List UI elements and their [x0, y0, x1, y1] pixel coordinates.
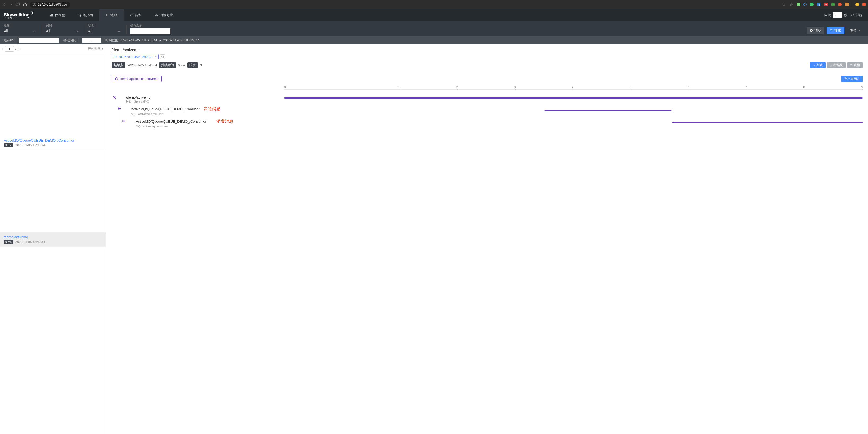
sort-icon — [101, 48, 104, 50]
span-bar-row — [284, 94, 863, 106]
service-badge[interactable]: demo-application-activemq — [112, 76, 162, 82]
trace-item-name: ActiveMQ/Queue/QUEUE_DEMO_/Consumer — [4, 138, 102, 143]
span-name: ActiveMQ/Queue/QUEUE_DEMO_/Consumer — [136, 120, 206, 124]
list-icon — [813, 64, 815, 67]
url-bar[interactable]: ⓘ 127.0.0.1:8080/trace — [30, 2, 70, 8]
filter-endpoint: 端点名称 — [130, 24, 170, 34]
sort-select[interactable]: 开始时间 — [88, 46, 104, 51]
export-image-button[interactable]: 导出为图片 — [841, 76, 863, 82]
svg-rect-11 — [162, 56, 163, 58]
prev-page[interactable]: ‹ — [2, 47, 3, 51]
ruler-tick: 3 — [458, 86, 516, 89]
nav-metric-compare[interactable]: 指标对比 — [148, 9, 180, 21]
table-icon — [850, 64, 852, 67]
trace-item-time: 2020-01-05 18:40:34 — [16, 240, 45, 244]
span-bar[interactable] — [545, 110, 672, 111]
close-circle-icon — [810, 29, 813, 32]
ruler-tick: 1 — [342, 86, 400, 89]
nav-topology[interactable]: 拓扑图 — [71, 9, 99, 21]
span-node-icon — [123, 120, 125, 122]
span-count-value: 3 — [200, 63, 202, 67]
trace-info-row: 起始点 2020-01-05 18:40:34 持续时间 9 ms 跨度 3 列… — [112, 62, 863, 68]
span-bar[interactable] — [284, 97, 863, 98]
span-row[interactable]: ActiveMQ/Queue/QUEUE_DEMO_/Producer发送消息 … — [113, 105, 284, 117]
nav-dashboard[interactable]: 仪表盘 — [43, 9, 71, 21]
search-button[interactable]: 搜索 — [827, 27, 844, 34]
ruler-tick: 8 — [747, 86, 805, 89]
duration-label: 持续时间: — [63, 38, 77, 43]
forward-icon[interactable] — [9, 2, 13, 7]
span-count-label: 跨度 — [187, 62, 198, 68]
trace-list-item[interactable]: ActiveMQ/Queue/QUEUE_DEMO_/Consumer 3 ms… — [0, 136, 106, 150]
info-icon: ⓘ — [33, 2, 36, 7]
span-row[interactable]: ActiveMQ/Queue/QUEUE_DEMO_/Consumer消费消息 … — [113, 117, 284, 130]
menu-icon[interactable]: ≡ — [782, 2, 786, 7]
trace-list-item[interactable]: /demo/activemq 9 ms2020-01-05 18:40:34 — [0, 232, 106, 247]
refresh-button[interactable]: 刷新 — [849, 12, 864, 19]
ext-icon[interactable] — [803, 2, 807, 7]
duration-badge: 9 ms — [4, 240, 13, 244]
duration-input[interactable] — [82, 38, 101, 43]
nav-alarm[interactable]: 告警 — [124, 9, 148, 21]
span-bar-row — [284, 118, 863, 130]
filter-instance[interactable]: 实例 All — [46, 23, 81, 34]
filter-status[interactable]: 状态 All — [88, 23, 123, 34]
next-page[interactable]: › — [21, 47, 22, 51]
span-type: Http - SpringMVC — [126, 100, 151, 103]
svg-rect-6 — [155, 15, 156, 17]
back-icon[interactable] — [2, 2, 6, 7]
page-total: / 1 — [16, 47, 19, 51]
home-icon[interactable] — [23, 2, 27, 7]
annotation: 发送消息 — [204, 106, 220, 112]
copy-button[interactable] — [160, 55, 165, 59]
view-tree-button[interactable]: 树结构 — [827, 62, 846, 68]
filter-bar: 服务 All 实例 All 状态 All 端点名称 清空 搜索 更多 — [0, 21, 868, 36]
nav-trace[interactable]: 追踪 — [99, 9, 124, 21]
ext-icon[interactable] — [862, 3, 866, 6]
star-icon[interactable]: ☆ — [789, 2, 794, 7]
avatar-icon[interactable] — [855, 3, 859, 6]
view-list-button[interactable]: 列表 — [810, 62, 826, 68]
ruler-tick: 9 — [805, 86, 863, 89]
tree-icon — [830, 64, 832, 67]
chevron-up-icon — [858, 29, 861, 32]
ext-icon[interactable] — [845, 3, 848, 6]
svg-rect-4 — [80, 16, 81, 17]
span-timeline: 0 1 2 3 4 5 6 7 8 9 — [284, 86, 863, 130]
svg-rect-1 — [51, 14, 52, 17]
ext-icon[interactable] — [838, 3, 842, 6]
filter-service[interactable]: 服务 All — [4, 23, 38, 34]
reload-icon[interactable] — [16, 2, 20, 7]
trace-id-input[interactable] — [19, 38, 59, 43]
ext-icon[interactable]: off — [824, 3, 828, 6]
endpoint-input[interactable] — [130, 28, 170, 34]
chevron-down-icon — [117, 30, 121, 33]
svg-rect-7 — [156, 14, 156, 17]
ruler-tick: 4 — [516, 86, 574, 89]
collapse-handle[interactable]: ‹ — [0, 45, 1, 49]
view-table-button[interactable]: 表格 — [847, 62, 863, 68]
duration-label: 持续时间 — [159, 62, 176, 68]
svg-rect-8 — [157, 16, 157, 17]
svg-rect-15 — [850, 64, 852, 66]
page-input[interactable] — [5, 46, 14, 52]
span-bar-row — [284, 106, 863, 118]
start-value: 2020-01-05 18:40:34 — [127, 63, 157, 67]
span-row[interactable]: /demo/activemq Http - SpringMVC — [113, 94, 284, 105]
ext-icon[interactable]: 7 — [817, 3, 820, 6]
more-button[interactable]: 更多 — [846, 27, 864, 34]
svg-point-12 — [831, 64, 831, 65]
interval-input[interactable] — [833, 12, 842, 18]
ext-icon[interactable] — [797, 3, 800, 6]
span-type: MQ - activemq-producer — [131, 112, 220, 116]
trace-item-time: 2020-01-05 18:40:34 — [16, 144, 45, 147]
ext-icon[interactable] — [810, 3, 813, 6]
time-range-value[interactable]: 2020-01-05 18:25:44 ~ 2020-01-05 18:40:4… — [121, 38, 199, 42]
clear-button[interactable]: 清空 — [807, 27, 825, 34]
logo: Skywalking Rocketbot — [4, 11, 33, 20]
trace-id-select[interactable]: 11.48.15782208344280001 — [112, 54, 159, 60]
svg-rect-0 — [50, 15, 51, 17]
time-range-label: 时间范围: — [105, 38, 119, 42]
ext-icon[interactable] — [831, 3, 835, 6]
span-bar[interactable] — [672, 122, 863, 123]
